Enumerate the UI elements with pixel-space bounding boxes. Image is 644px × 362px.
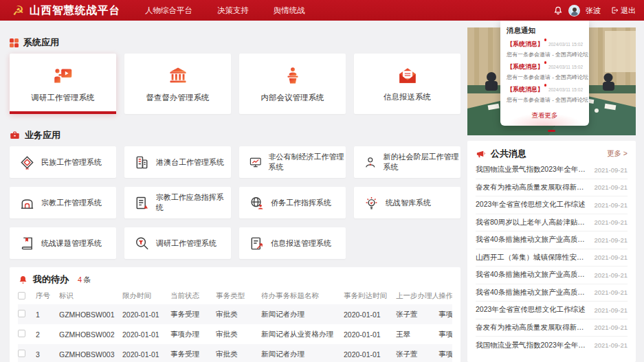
message-title: 2023年全省宣传思想文化工作综述 <box>476 305 594 315</box>
business-apps-grid: 民族工作管理系统 港澳台工作管理系统 非公有制经济工作管理系统 <box>10 146 460 259</box>
biz-app-label: 港澳台工作管理系统 <box>156 157 224 168</box>
message-item[interactable]: 我省40条措施推动文旅产业高质量发展 2021-09-21 <box>476 231 628 249</box>
message-item[interactable]: 山西开工（筹集）城镇保障性安居工程4.23万套 2021-09-21 <box>476 249 628 267</box>
biz-card-religion-mgmt[interactable]: 宗教工作管理系统 <box>10 187 116 218</box>
section-title: 业务应用 <box>25 129 60 142</box>
cell-title: 新闻记者办理 <box>261 350 344 359</box>
biz-card-info-report-mgmt[interactable]: 信息报送管理系统 <box>239 227 346 259</box>
message-date: 2021-09-21 <box>594 183 628 191</box>
unread-dot <box>544 61 547 64</box>
row-checkbox[interactable] <box>18 310 25 317</box>
message-item[interactable]: 我国物流业景气指数2023年全年平均为51.8% 2021-09-21 <box>476 337 628 354</box>
todo-count: 4条 <box>78 275 91 285</box>
biz-card-ethnic[interactable]: 民族工作管理系统 <box>10 146 116 178</box>
cell-no: 1 <box>36 310 59 319</box>
biz-card-think-tank[interactable]: 统战智库系统 <box>354 187 460 218</box>
system-app-card-supervision[interactable]: 督查督办管理系统 <box>124 54 231 114</box>
system-app-card-info-report[interactable]: 信息报送系统 <box>354 54 460 114</box>
page-title: 山西智慧统战平台 <box>30 3 120 18</box>
cell-action-link[interactable]: 事项处理 <box>438 350 452 359</box>
main-content: 系统应用 调研工作管理系统 <box>10 21 460 362</box>
user-avatar[interactable] <box>568 5 580 16</box>
biz-app-label: 非公有制经济工作管理系统 <box>269 152 346 172</box>
notification-time: 2024/03/11 15:02 <box>548 42 583 47</box>
cell-prev-handler: 张子萱 <box>396 310 438 319</box>
message-item[interactable]: 我省80周岁以上老年人高龄津贴实现全覆盖 2021-09-21 <box>476 214 628 232</box>
cell-type: 审批类 <box>216 310 261 319</box>
notification-item[interactable]: 【系统消息】 2024/03/11 15:02 您有一条参会邀请 - 全国高峰论… <box>507 63 583 81</box>
survey-presenter-icon <box>52 65 75 86</box>
logout-icon <box>610 6 619 14</box>
megaphone-icon <box>476 149 486 159</box>
unread-dot <box>544 38 547 41</box>
select-all-checkbox[interactable] <box>18 292 25 299</box>
cell-no: 2 <box>36 330 59 339</box>
public-messages-title: 公共消息 <box>491 148 602 160</box>
system-apps-grid: 调研工作管理系统 督查督办管理系统 <box>10 54 460 114</box>
nav-item-public-opinion[interactable]: 舆情统战 <box>274 5 305 16</box>
notification-popup: 消息通知 【系统消息】 2024/03/11 15:02 您有一条参会邀请 - … <box>500 21 589 126</box>
cell-action-link[interactable]: 事项处理 <box>438 310 452 319</box>
notification-content: 您有一条参会邀请 - 全国高峰论坛 <box>507 51 583 58</box>
message-item[interactable]: 奋发有为推动高质量发展取得新成效 2021-09-21 <box>476 319 628 337</box>
view-more-link[interactable]: 查看更多 <box>507 108 583 122</box>
todo-table-row[interactable]: 1 GZMHOBSW001 2020-01-01 事务受理 审批类 新闻记者办理… <box>18 304 452 324</box>
knot-icon <box>19 155 35 170</box>
logout-button[interactable]: 退出 <box>610 5 636 16</box>
biz-card-survey-work[interactable]: 调研工作管理系统 <box>124 227 231 259</box>
message-title: 我国物流业景气指数2023年全年平均为51.8% <box>476 341 594 350</box>
public-messages-more-link[interactable]: 更多 > <box>607 149 628 159</box>
notification-bell-icon[interactable] <box>553 5 563 15</box>
notification-item[interactable]: 【系统消息】 2024/03/11 15:02 您有一条参会邀请 - 全国高峰论… <box>507 40 583 58</box>
biz-card-hk-mo-tw[interactable]: 港澳台工作管理系统 <box>124 146 231 178</box>
notification-time: 2024/03/11 15:02 <box>548 65 583 69</box>
message-item[interactable]: 2023年全省宣传思想文化工作综述 2021-09-21 <box>476 196 628 214</box>
system-app-card-survey[interactable]: 调研工作管理系统 <box>10 54 116 114</box>
cell-prev-handler: 王翠 <box>396 330 438 339</box>
notification-tag: 【系统消息】 <box>507 85 544 94</box>
cell-prev-handler: 张子萱 <box>396 350 438 359</box>
todo-table-row[interactable]: 2 GZMHOBSW002 2020-01-01 事项办理 审批类 新闻记者从业… <box>18 324 452 344</box>
cell-status: 事项办理 <box>170 330 216 339</box>
nav-item-people-platform[interactable]: 人物综合平台 <box>145 5 192 16</box>
nav-item-decision-support[interactable]: 决策支持 <box>217 5 249 16</box>
podium-icon <box>282 65 304 86</box>
row-checkbox[interactable] <box>18 330 25 337</box>
message-title: 奋发有为推动高质量发展取得新成效 <box>476 183 594 192</box>
notification-time: 2024/03/11 15:02 <box>548 87 583 92</box>
bulb-icon <box>364 195 379 211</box>
todo-title: 我的待办 <box>33 273 69 286</box>
message-item[interactable]: 奋发有为推动高质量发展取得新成效 2021-09-21 <box>476 179 628 197</box>
notification-popup-title: 消息通知 <box>507 26 583 36</box>
notification-item[interactable]: 【系统消息】 2024/03/11 15:02 您有一条参会邀请 - 全国高峰论… <box>507 85 583 104</box>
biz-card-religion-emergency[interactable]: 宗教工作应急指挥系统 <box>124 187 231 218</box>
cell-id: GZMHOBSW003 <box>59 350 122 359</box>
message-date: 2021-09-21 <box>594 166 628 174</box>
cell-type: 审批类 <box>216 330 261 339</box>
message-item[interactable]: 我省40条措施推动文旅产业高质量发展 2021-09-21 <box>476 284 628 302</box>
system-app-card-meeting[interactable]: 内部会议管理系统 <box>239 54 346 114</box>
cell-title: 新闻记者从业资格办理 <box>261 330 344 339</box>
message-date: 2021-09-21 <box>594 253 628 261</box>
message-item[interactable]: 2023年全省宣传思想文化工作综述 2021-09-21 <box>476 302 628 319</box>
section-business-apps-header: 业务应用 <box>10 129 460 142</box>
message-item[interactable]: 我国物流业景气指数2023年全年平均为51.8% 2021-09-21 <box>476 161 628 179</box>
message-date: 2021-09-21 <box>594 306 628 314</box>
cell-deadline: 2020-01-01 <box>122 330 170 339</box>
top-header-bar: ☭ 山西智慧统战平台 人物综合平台 决策支持 舆情统战 张波 退出 <box>0 0 644 21</box>
message-date: 2021-09-21 <box>594 218 628 226</box>
unread-dot <box>544 84 547 87</box>
cell-title: 新闻记者办理 <box>261 310 344 319</box>
top-navigation: 人物综合平台 决策支持 舆情统战 <box>145 5 305 16</box>
todo-table-row[interactable]: 3 GZMHOBSW003 2020-01-01 事务受理 审批类 新闻记者办理… <box>18 344 452 362</box>
biz-card-research-topics[interactable]: 统战课题管理系统 <box>10 227 116 259</box>
row-checkbox[interactable] <box>18 350 25 357</box>
message-item[interactable]: 我省40条措施推动文旅产业高质量发展 2021-09-21 <box>476 267 628 284</box>
grid-icon <box>10 38 19 47</box>
col-header: 当前状态 <box>170 291 216 301</box>
globe-person-icon <box>249 195 265 211</box>
biz-card-overseas-chinese[interactable]: 侨务工作指挥系统 <box>239 187 346 218</box>
cell-action-link[interactable]: 事项处理 <box>438 330 452 339</box>
biz-card-new-social-stratum[interactable]: 新的社会阶层工作管理系统 <box>354 146 460 178</box>
biz-card-non-public-economy[interactable]: 非公有制经济工作管理系统 <box>239 146 346 178</box>
